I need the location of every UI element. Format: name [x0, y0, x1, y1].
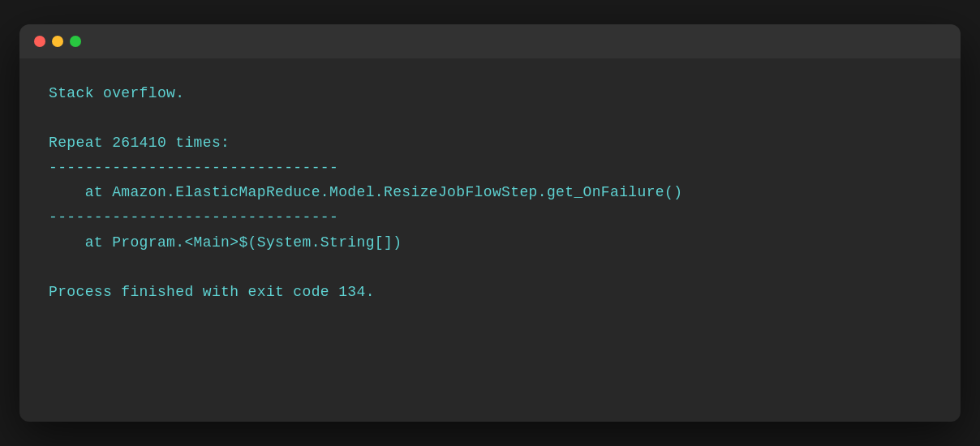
line-separator-1: --------------------------------: [49, 156, 931, 181]
minimize-button[interactable]: [52, 36, 63, 47]
line-separator-2: --------------------------------: [49, 205, 931, 230]
terminal-content: Stack overflow. Repeat 261410 times: ---…: [19, 58, 961, 333]
line-at-amazon: at Amazon.ElasticMapReduce.Model.ResizeJ…: [49, 180, 931, 205]
line-stack-overflow: Stack overflow.: [49, 81, 931, 106]
close-button[interactable]: [34, 36, 45, 47]
line-process-finished: Process finished with exit code 134.: [49, 280, 931, 305]
maximize-button[interactable]: [70, 36, 81, 47]
line-empty-2: [49, 255, 931, 280]
line-empty-1: [49, 106, 931, 131]
line-at-program: at Program.<Main>$(System.String[]): [49, 230, 931, 255]
terminal-window: Stack overflow. Repeat 261410 times: ---…: [19, 24, 961, 422]
line-repeat: Repeat 261410 times:: [49, 131, 931, 156]
title-bar: [19, 24, 961, 58]
